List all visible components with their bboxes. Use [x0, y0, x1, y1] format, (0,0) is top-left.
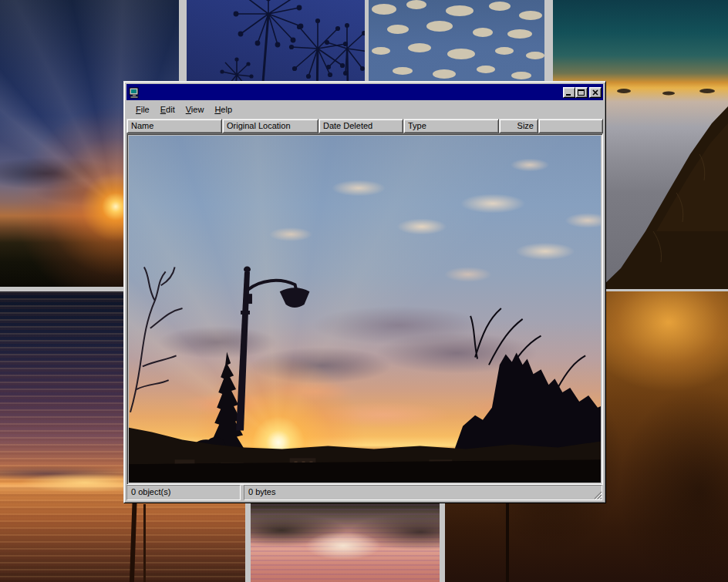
menu-edit-hotkey: E [160, 105, 166, 114]
column-header-original-location-label: Original Location [227, 121, 291, 130]
sunset-silhouettes [129, 136, 601, 483]
status-object-count: 0 object(s) [126, 485, 241, 500]
branch-silhouette [130, 267, 183, 412]
column-header-spacer[interactable] [538, 119, 603, 133]
column-header-size-label: Size [517, 121, 534, 130]
close-button[interactable] [589, 87, 602, 98]
menu-view-label: iew [191, 105, 204, 114]
menu-bar: File Edit View Help [126, 102, 603, 117]
water-pole [130, 490, 137, 582]
status-size: 0 bytes [244, 485, 602, 500]
street-lamp-silhouette [236, 266, 309, 430]
menu-edit[interactable]: Edit [155, 103, 180, 116]
menu-file-label: ile [141, 105, 150, 114]
menu-file-hotkey: F [136, 105, 141, 114]
maximize-button[interactable] [575, 87, 588, 98]
status-object-count-text: 0 object(s) [131, 487, 170, 496]
computer-icon [128, 86, 140, 99]
column-header-date-deleted[interactable]: Date Deleted [318, 119, 403, 133]
list-view[interactable] [126, 133, 603, 485]
recycle-bin-window: File Edit View Help Name Original Locati… [123, 81, 606, 503]
column-header-name[interactable]: Name [126, 119, 222, 133]
menu-view-hotkey: V [186, 105, 191, 114]
window-titlebar[interactable] [126, 84, 603, 100]
status-bar: 0 object(s) 0 bytes [126, 485, 603, 500]
menu-edit-label: dit [166, 105, 175, 114]
status-size-text: 0 bytes [248, 487, 275, 496]
menu-help[interactable]: Help [209, 103, 238, 116]
minimize-icon [566, 94, 571, 96]
column-header-type-label: Type [408, 121, 426, 130]
column-header-original-location[interactable]: Original Location [222, 119, 318, 133]
column-header-name-label: Name [131, 121, 153, 130]
menu-view[interactable]: View [180, 103, 210, 116]
column-header-row: Name Original Location Date Deleted Type… [126, 119, 603, 133]
column-header-date-deleted-label: Date Deleted [323, 121, 372, 130]
column-header-type[interactable]: Type [403, 119, 499, 133]
menu-file[interactable]: File [130, 103, 155, 116]
water-pole [143, 504, 146, 582]
window-controls [563, 87, 602, 98]
column-header-size[interactable]: Size [499, 119, 538, 133]
sunset-photo-backdrop [129, 136, 601, 483]
close-icon [592, 89, 598, 96]
cypress-silhouette [188, 352, 246, 456]
maximize-icon [578, 89, 585, 96]
minimize-button[interactable] [563, 87, 575, 98]
menu-help-label: elp [221, 105, 232, 114]
resize-grip[interactable] [593, 490, 603, 500]
